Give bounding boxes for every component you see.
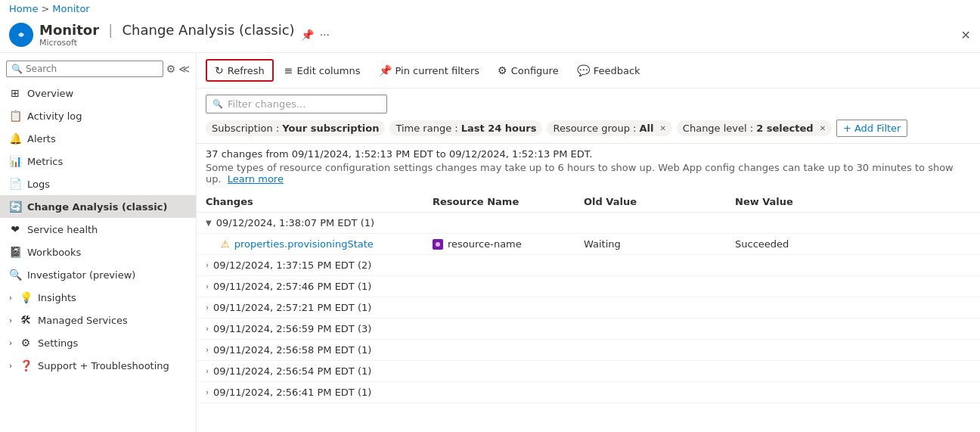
filter-tag-timerange[interactable]: Time range : Last 24 hours	[389, 120, 542, 136]
sidebar-item-overview[interactable]: ⊞Overview	[0, 82, 196, 104]
group-expand-icon: ▼	[206, 219, 212, 227]
sidebar-item-insights[interactable]: ›💡Insights	[0, 286, 196, 309]
nav-label: Metrics	[27, 156, 63, 167]
insights-icon: 💡	[20, 291, 32, 303]
group-row-g1[interactable]: ▼09/12/2024, 1:38:07 PM EDT (1)	[197, 213, 980, 234]
breadcrumb-home[interactable]: Home	[9, 3, 38, 14]
add-filter-label: Add Filter	[854, 123, 901, 134]
sidebar-item-metrics[interactable]: 📊Metrics	[0, 150, 196, 172]
group-label: 09/11/2024, 2:56:59 PM EDT (3)	[213, 323, 371, 334]
group-row-g2[interactable]: ›09/12/2024, 1:37:15 PM EDT (2)	[197, 255, 980, 276]
feedback-button[interactable]: 💬 Feedback	[569, 61, 648, 80]
service-health-icon: ❤	[9, 223, 21, 235]
sidebar-item-service-health[interactable]: ❤Service health	[0, 218, 196, 241]
edit-columns-button[interactable]: ≡ Edit columns	[277, 61, 368, 80]
filter-tag-prefix: Resource group :	[553, 123, 636, 134]
pin-icon[interactable]: 📌	[301, 29, 314, 41]
new-value-cell: Succeeded	[735, 238, 971, 250]
learn-more-link[interactable]: Learn more	[228, 173, 284, 185]
filter-tag-remove[interactable]: ✕	[820, 124, 826, 132]
add-filter-button[interactable]: +Add Filter	[836, 120, 907, 137]
pin-filters-button[interactable]: 📌 Pin current filters	[371, 61, 488, 80]
sidebar-item-investigator[interactable]: 🔍Investigator (preview)	[0, 263, 196, 286]
group-row-g8[interactable]: ›09/11/2024, 2:56:41 PM EDT (1)	[197, 382, 980, 403]
filter-tag-prefix: Subscription :	[212, 123, 279, 134]
title-text: Monitor | Change Analysis (classic) Micr…	[39, 22, 295, 48]
search-input[interactable]	[26, 64, 158, 74]
nav-label: Insights	[38, 292, 76, 303]
filter-tag-prefix: Time range :	[395, 123, 457, 134]
feedback-icon: 💬	[577, 64, 590, 76]
search-bar: 🔍 ⚙ ≪	[0, 56, 196, 82]
group-expand-icon: ›	[206, 261, 209, 269]
group-expand-icon: ›	[206, 367, 209, 375]
edit-columns-label: Edit columns	[297, 65, 361, 76]
warning-icon: ⚠	[221, 238, 230, 250]
resource-name: resource-name	[448, 238, 522, 250]
old-value-cell: Waiting	[584, 238, 735, 250]
edit-columns-icon: ≡	[284, 64, 293, 76]
nav-label: Investigator (preview)	[27, 269, 135, 281]
group-label: 09/11/2024, 2:56:41 PM EDT (1)	[213, 387, 371, 398]
app-icon	[9, 23, 33, 47]
refresh-label: Refresh	[228, 65, 265, 76]
sidebar-item-activity-log[interactable]: 📋Activity log	[0, 104, 196, 127]
sidebar-item-settings[interactable]: ›⚙Settings	[0, 331, 196, 354]
more-icon[interactable]: ···	[320, 29, 330, 41]
group-label: 09/11/2024, 2:56:58 PM EDT (1)	[213, 344, 371, 356]
overview-icon: ⊞	[9, 87, 21, 99]
nav-label: Support + Troubleshooting	[38, 360, 169, 371]
collapse-icon[interactable]: ≪	[178, 63, 190, 75]
filter-tag-prefix: Change level :	[683, 123, 753, 134]
activity-log-icon: 📋	[9, 110, 21, 122]
sidebar-item-alerts[interactable]: 🔔Alerts	[0, 127, 196, 150]
change-link[interactable]: properties.provisioningState	[234, 238, 374, 250]
app-container: Home > Monitor Monitor | Change Analysis…	[0, 0, 980, 432]
resource-icon	[433, 239, 443, 250]
table-header: Changes Resource Name Old Value New Valu…	[197, 191, 980, 213]
filter-tag-subscription[interactable]: Subscription : Your subscription	[206, 120, 385, 136]
sidebar-item-managed-services[interactable]: ›🛠Managed Services	[0, 309, 196, 331]
sidebar-item-support[interactable]: ›❓Support + Troubleshooting	[0, 354, 196, 377]
sidebar-item-logs[interactable]: 📄Logs	[0, 172, 196, 195]
configure-icon: ⚙	[498, 64, 507, 76]
header-changes: Changes	[206, 196, 433, 207]
alerts-icon: 🔔	[9, 132, 21, 145]
header-resource-name: Resource Name	[433, 196, 584, 207]
svg-point-2	[436, 242, 440, 247]
info-note: Some types of resource configuration set…	[206, 162, 971, 185]
configure-label: Configure	[511, 65, 559, 76]
group-expand-icon: ›	[206, 325, 209, 333]
filter-input-wrapper[interactable]: 🔍 Filter changes...	[206, 95, 387, 113]
change-analysis-icon: 🔄	[9, 200, 21, 213]
change-name-cell: ⚠ properties.provisioningState	[206, 238, 433, 250]
group-row-g3[interactable]: ›09/11/2024, 2:57:46 PM EDT (1)	[197, 276, 980, 297]
managed-services-icon: 🛠	[20, 314, 32, 326]
nav-label: Managed Services	[38, 315, 128, 326]
settings-icon[interactable]: ⚙	[166, 63, 176, 75]
metrics-icon: 📊	[9, 155, 21, 167]
breadcrumb-current[interactable]: Monitor	[52, 3, 89, 14]
filter-tag-resourcegroup[interactable]: Resource group : All✕	[547, 120, 671, 136]
title-bar: Monitor | Change Analysis (classic) Micr…	[0, 17, 980, 53]
breadcrumb-separator: >	[41, 3, 49, 14]
sidebar-item-change-analysis[interactable]: 🔄Change Analysis (classic)	[0, 195, 196, 218]
header-old-value: Old Value	[584, 196, 735, 207]
sidebar-item-workbooks[interactable]: 📓Workbooks	[0, 241, 196, 263]
group-row-g6[interactable]: ›09/11/2024, 2:56:58 PM EDT (1)	[197, 340, 980, 361]
breadcrumb: Home > Monitor	[0, 0, 980, 17]
pin-filters-label: Pin current filters	[395, 65, 480, 76]
close-button[interactable]: ✕	[961, 28, 971, 42]
logs-icon: 📄	[9, 178, 21, 190]
group-row-g7[interactable]: ›09/11/2024, 2:56:54 PM EDT (1)	[197, 361, 980, 382]
group-label: 09/12/2024, 1:37:15 PM EDT (2)	[213, 260, 371, 271]
group-row-g4[interactable]: ›09/11/2024, 2:57:21 PM EDT (1)	[197, 297, 980, 319]
filter-tag-changelevel[interactable]: Change level : 2 selected✕	[677, 120, 832, 136]
expand-icon: ›	[9, 294, 12, 302]
nav-label: Activity log	[27, 110, 82, 122]
group-row-g5[interactable]: ›09/11/2024, 2:56:59 PM EDT (3)	[197, 319, 980, 340]
nav-label: Alerts	[27, 133, 56, 145]
refresh-button[interactable]: ↻ Refresh	[206, 59, 274, 82]
configure-button[interactable]: ⚙ Configure	[490, 61, 566, 80]
filter-tag-remove[interactable]: ✕	[659, 124, 665, 132]
